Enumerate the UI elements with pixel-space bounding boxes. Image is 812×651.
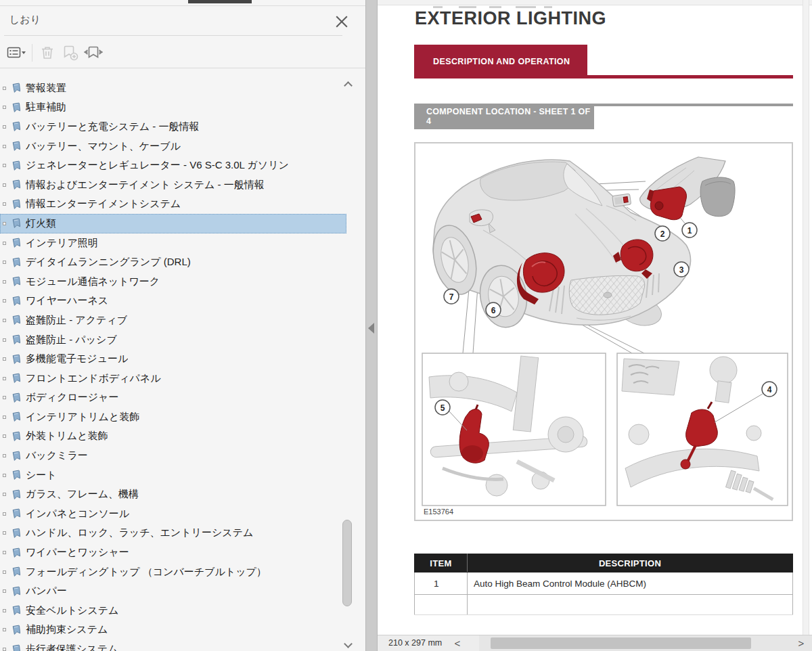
- document-area: EXTERIOR LIGHTING DESCRIPTION AND OPERAT…: [378, 0, 812, 651]
- bookmark-item[interactable]: 歩行者保護システム: [0, 639, 346, 651]
- panel-splitter[interactable]: [365, 0, 378, 651]
- bookmark-item[interactable]: 多機能電子モジュール: [0, 349, 346, 369]
- bookmark-icon: [9, 470, 22, 480]
- h-scroll-thumb[interactable]: [491, 637, 751, 649]
- scroll-down-icon[interactable]: [344, 639, 353, 648]
- scroll-up-icon[interactable]: [344, 81, 353, 90]
- bookmark-item[interactable]: インパネとコンソール: [0, 504, 346, 524]
- expander-icon[interactable]: [3, 319, 6, 322]
- trash-icon[interactable]: [36, 41, 59, 64]
- bookmark-item[interactable]: フロントエンドボディパネル: [0, 369, 346, 388]
- panel-title: しおり: [9, 14, 41, 26]
- expand-current-bookmark-icon[interactable]: [82, 41, 105, 64]
- bookmarks-list: 警報装置 駐車補助 バッテリーと充電システム - 一般情報 バッテリー、マウント…: [0, 74, 365, 651]
- expander-icon[interactable]: [3, 377, 6, 380]
- bookmark-options-menu-icon[interactable]: [5, 41, 28, 64]
- expander-icon[interactable]: [3, 242, 6, 245]
- active-tool-indicator: [188, 0, 252, 3]
- bookmark-item[interactable]: 補助拘束システム: [0, 621, 346, 640]
- scrollbar-thumb[interactable]: [342, 520, 352, 606]
- scroll-right-icon[interactable]: >: [794, 637, 808, 650]
- expander-icon[interactable]: [3, 357, 6, 361]
- bookmark-label: ワイパーとワッシャー: [26, 546, 129, 559]
- expander-icon[interactable]: [3, 531, 6, 535]
- bookmark-item[interactable]: ジェネレーターとレギュレーター - V6 S-C 3.0L ガソリン: [0, 156, 346, 175]
- bookmark-item-selected[interactable]: 灯火類: [0, 214, 346, 233]
- horizontal-scrollbar: 210 x 297 mm < >: [378, 635, 812, 651]
- bookmark-label: フォールディングトップ （コンバーチブルトップ）: [26, 566, 267, 579]
- expander-icon[interactable]: [3, 338, 6, 342]
- divider: [4, 35, 342, 36]
- bookmark-item[interactable]: 盗難防止 - パッシブ: [0, 330, 346, 350]
- bookmark-item[interactable]: インテリアトリムと装飾: [0, 407, 346, 427]
- h-scroll-track[interactable]: [467, 635, 793, 651]
- expander-icon[interactable]: [3, 202, 6, 206]
- bookmark-icon: [9, 489, 22, 500]
- bookmark-item[interactable]: ハンドル、ロック、ラッチ、エントリーシステム: [0, 524, 346, 543]
- bookmark-item[interactable]: シート: [0, 466, 346, 485]
- expander-icon[interactable]: [3, 222, 6, 225]
- bookmark-item[interactable]: ガラス、フレーム、機構: [0, 485, 346, 504]
- bookmark-item[interactable]: 情報およびエンターテイメント システム - 一般情報: [0, 175, 346, 195]
- description-cell: [468, 595, 793, 615]
- expander-icon[interactable]: [3, 570, 6, 574]
- svg-text:3: 3: [679, 265, 684, 275]
- bookmarks-scrollbar[interactable]: [342, 74, 355, 651]
- add-bookmark-icon[interactable]: [59, 41, 82, 64]
- expander-icon[interactable]: [3, 628, 6, 631]
- bookmark-item[interactable]: 外装トリムと装飾: [0, 427, 346, 447]
- expander-icon[interactable]: [3, 125, 6, 129]
- expander-icon[interactable]: [3, 648, 6, 651]
- bookmark-item[interactable]: インテリア照明: [0, 233, 346, 253]
- expander-icon[interactable]: [3, 280, 6, 284]
- expander-icon[interactable]: [3, 164, 6, 167]
- pdf-viewer-window: しおり: [0, 0, 812, 651]
- bookmark-icon: [9, 296, 22, 307]
- bookmark-item[interactable]: バンパー: [0, 581, 346, 601]
- expander-icon[interactable]: [3, 261, 6, 264]
- bookmark-item[interactable]: バッテリーと充電システム - 一般情報: [0, 117, 346, 137]
- bookmark-item[interactable]: デイタイムランニングランプ (DRL): [0, 252, 346, 272]
- expander-icon[interactable]: [3, 512, 6, 516]
- expander-icon[interactable]: [3, 609, 6, 612]
- bookmark-icon: [9, 605, 22, 616]
- expander-icon[interactable]: [3, 454, 6, 457]
- bookmark-label: 多機能電子モジュール: [26, 353, 128, 365]
- bookmark-item[interactable]: 安全ベルトシステム: [0, 601, 346, 621]
- bookmark-item[interactable]: フォールディングトップ （コンバーチブルトップ）: [0, 562, 346, 582]
- bookmark-item[interactable]: ボディクロージャー: [0, 388, 346, 408]
- expander-icon[interactable]: [3, 87, 6, 90]
- bookmark-label: 盗難防止 - パッシブ: [26, 334, 117, 346]
- bookmark-item[interactable]: 盗難防止 - アクティブ: [0, 311, 346, 330]
- expander-icon[interactable]: [3, 183, 6, 187]
- expander-icon[interactable]: [3, 434, 6, 438]
- bookmark-icon: [9, 508, 22, 519]
- bookmark-label: バックミラー: [26, 449, 88, 462]
- bookmark-item[interactable]: 警報装置: [0, 78, 346, 98]
- bookmark-item[interactable]: 駐車補助: [0, 98, 346, 118]
- vertical-scrollbar-track[interactable]: [803, 0, 809, 635]
- expander-icon[interactable]: [3, 589, 6, 593]
- expander-icon[interactable]: [3, 474, 6, 477]
- bookmark-item[interactable]: バックミラー: [0, 446, 346, 466]
- bookmark-icon: [9, 179, 22, 190]
- bookmark-item[interactable]: 情報エンターテイメントシステム: [0, 195, 346, 215]
- bookmark-icon: [9, 373, 22, 384]
- expander-icon[interactable]: [3, 106, 6, 109]
- expander-icon[interactable]: [3, 145, 6, 148]
- expander-icon[interactable]: [3, 551, 6, 554]
- expander-icon[interactable]: [3, 416, 6, 419]
- expander-icon[interactable]: [3, 299, 6, 302]
- bookmark-item[interactable]: ワイヤーハーネス: [0, 292, 346, 311]
- close-icon[interactable]: [336, 14, 348, 26]
- expander-icon[interactable]: [3, 493, 6, 496]
- bookmark-item[interactable]: ワイパーとワッシャー: [0, 543, 346, 562]
- svg-text:4: 4: [767, 385, 772, 395]
- callout-3: 3: [674, 262, 689, 277]
- bookmark-item[interactable]: バッテリー、マウント、ケーブル: [0, 137, 346, 156]
- collapse-panel-icon[interactable]: [368, 323, 374, 334]
- expander-icon[interactable]: [3, 396, 6, 399]
- bookmark-item[interactable]: モジュール通信ネットワーク: [0, 272, 346, 292]
- scroll-left-icon[interactable]: <: [451, 637, 464, 650]
- bookmark-icon: [9, 354, 22, 365]
